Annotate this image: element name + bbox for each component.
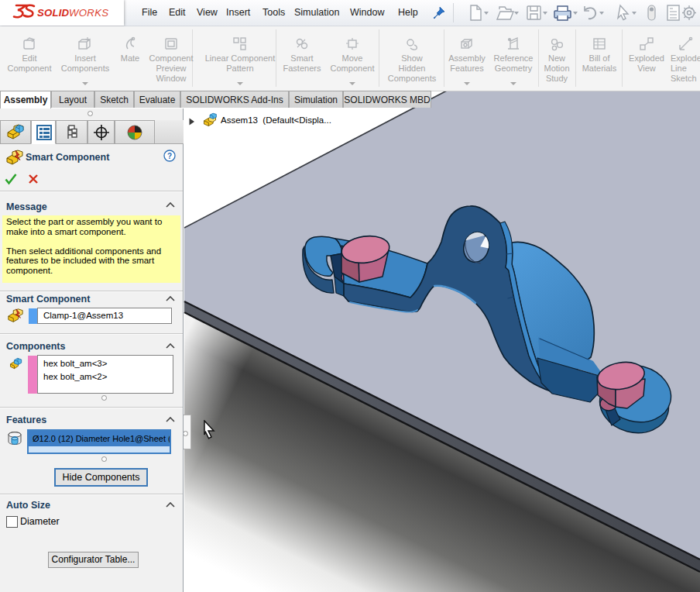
svg-text:?: ? xyxy=(167,152,172,160)
svg-text:WORKS: WORKS xyxy=(69,7,108,19)
svg-text:SOLID: SOLID xyxy=(37,7,70,19)
